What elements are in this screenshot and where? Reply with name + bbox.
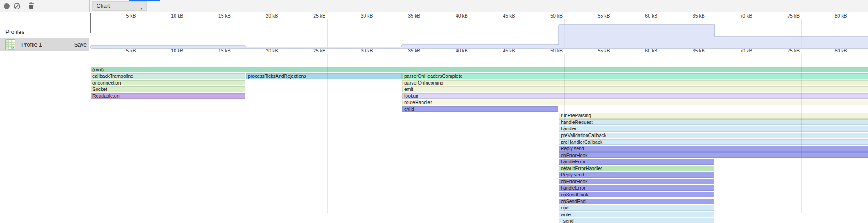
ruler-tick-label: 60 kB [623,48,657,53]
flame-bar[interactable]: Readable.on [91,93,245,99]
chart-pane: 5 kB10 kB15 kB20 kB25 kB30 kB35 kB40 kB4… [89,12,868,223]
flame-bar[interactable]: _send [559,218,714,223]
flame-gridline [707,54,707,213]
flame-bar[interactable]: write_ [559,212,714,218]
flame-bar[interactable]: (root) [91,67,868,73]
ruler-tick-label: 70 kB [718,48,752,53]
active-range-indicator [129,0,160,1]
flame-bar[interactable]: defaultErrorHandler [559,166,714,171]
flame-bar[interactable]: child [402,106,558,112]
flame-bar[interactable]: end [559,205,714,211]
ruler-tick-label: 30 kB [339,48,373,53]
overview-area-chart [89,12,868,49]
flame-gridline [138,54,138,213]
flame-bar[interactable]: preHandlerCallback [559,139,868,145]
overview-window-grip[interactable] [90,13,91,33]
flame-bar[interactable]: onconnection [91,80,245,86]
flame-gridline [801,54,802,213]
profiler-toolbar: Chart ▼ [0,0,868,12]
flame-bar[interactable]: onSendEnd [559,199,714,204]
flame-gridline [375,54,375,213]
svg-text:%: % [11,46,14,50]
ruler-tick-label: 40 kB [433,48,468,53]
pane-divider [89,0,90,12]
flame-bar[interactable]: handleError [559,159,714,165]
flame-bar[interactable]: handler [559,126,868,132]
flame-bar[interactable]: handleRequest [559,119,868,125]
view-select-value: Chart [97,3,110,9]
flame-bar[interactable]: Reply.send [559,172,714,178]
ruler-tick-label: 10 kB [149,48,183,53]
profile-save-link[interactable]: Save [74,42,87,48]
flame-gridline [233,54,233,213]
flame-bar[interactable]: runPreParsing [559,113,868,119]
profiles-sidebar: Profiles SAMPLING PROFILES % Profile 1 S… [0,12,89,223]
trash-icon [28,2,35,10]
ruler-tick-label: 65 kB [670,48,705,53]
ruler-tick-label: 20 kB [243,48,278,53]
flame-bar[interactable]: parserOnHeadersComplete [402,73,868,79]
record-button[interactable] [4,3,10,9]
flame-gridline [659,54,659,213]
flame-gridline [754,54,754,213]
devtools-memory-panel: Chart ▼ Profiles SAMPLING PROFILES % Pro… [0,0,868,223]
flame-gridline [612,54,612,213]
ruler-tick-label: 75 kB [765,48,800,53]
toolbar-separator [24,2,24,10]
flame-bar[interactable]: Socket [91,86,245,92]
flame-bar[interactable]: handleError [559,185,714,191]
ruler-tick-label: 5 kB [102,48,136,53]
view-select[interactable]: Chart ▼ [92,1,147,11]
ruler-tick-label: 55 kB [576,48,610,53]
ruler-tick-label: 25 kB [291,48,325,53]
ruler-tick-label: 80 kB [813,48,847,53]
flame-bar[interactable]: processTicksAndRejections [246,73,402,79]
allocation-overview[interactable]: 5 kB10 kB15 kB20 kB25 kB30 kB35 kB40 kB4… [89,12,868,49]
delete-profile-button[interactable] [28,2,35,10]
flame-bar[interactable]: onSendHook [559,192,714,198]
flame-bar[interactable]: routeHandler [402,100,868,105]
ruler-tick-label: 35 kB [386,48,420,53]
flame-gridline [327,54,328,213]
flame-bar[interactable]: callbackTrampoline [91,73,245,79]
flame-bar[interactable]: emit [402,86,868,92]
flame-gridline [185,54,185,213]
flame-gridline [564,54,565,213]
profile-name: Profile 1 [21,42,42,48]
flame-bar[interactable]: parserOnIncoming [402,80,868,86]
sidebar-title: Profiles [5,29,24,35]
flame-gridline [422,54,422,213]
flame-chart: 5 kB10 kB15 kB20 kB25 kB30 kB35 kB40 kB4… [89,49,868,223]
flame-bar[interactable]: Reply.send [559,146,868,152]
flame-gridline [280,54,280,213]
flame-bar[interactable]: lookup [402,93,868,99]
flame-gridline [517,54,517,213]
profile-list-item[interactable]: % Profile 1 Save [0,38,89,51]
profile-document-icon: % [5,39,15,50]
flame-gridline [849,54,849,213]
clear-profiles-button[interactable] [14,3,20,9]
ruler-tick-label: 50 kB [528,48,563,53]
ruler-tick-label: 15 kB [196,48,231,53]
flame-gridline [470,54,470,213]
ruler-tick-label: 45 kB [480,48,515,53]
flame-bar[interactable]: preValidationCallback [559,133,868,138]
flame-bar[interactable]: onErrorHook [559,152,868,158]
flame-bar[interactable]: onErrorHook [559,179,714,185]
